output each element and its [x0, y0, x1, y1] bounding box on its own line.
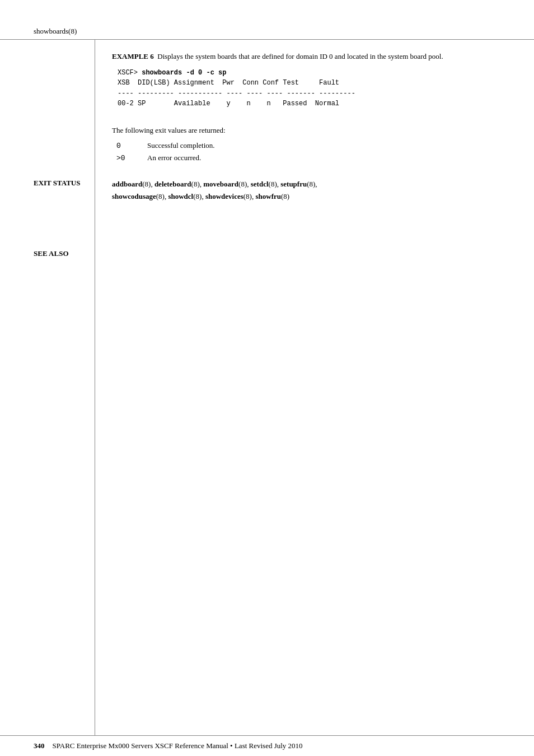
example6-desc-text: Displays the system boards that are defi… [157, 52, 443, 60]
see-also-paragraph: addboard(8), deleteboard(8), moveboard(8… [112, 178, 506, 203]
see-also-showdevices: showdevices [205, 192, 243, 200]
see-also-showdcl-suffix: (8) [193, 192, 202, 200]
table-header-line: XSB DID(LSB) Assignment Pwr Conn Conf Te… [118, 79, 339, 87]
exit-status-label: EXIT STATUS [34, 179, 80, 187]
exit-status-block: The following exit values are returned: … [112, 125, 506, 163]
example6-paragraph: EXAMPLE 6 Displays the system boards tha… [112, 51, 506, 62]
see-also-showcodusage-suffix: (8) [156, 192, 165, 200]
page-title-top: showboards(8) [34, 27, 77, 35]
page-footer: 340 SPARC Enterprise Mx000 Servers XSCF … [0, 736, 534, 756]
exit-code-gt0-row: >0 An error occurred. [116, 153, 506, 162]
exit-code-0: 0 [116, 142, 147, 150]
see-also-showdcl: showdcl [168, 192, 193, 200]
see-also-deleteboard: deleteboard [154, 180, 191, 188]
see-also-setdcl: setdcl [251, 180, 269, 188]
example6-label-text: EXAMPLE 6 [112, 52, 154, 60]
see-also-addboard: addboard [112, 180, 142, 188]
see-also-deleteboard-suffix: (8) [191, 180, 200, 188]
see-also-setdcl-suffix: (8) [269, 180, 277, 188]
see-also-setupfru-suffix: (8) [307, 180, 315, 188]
see-also-showfru: showfru [255, 192, 281, 200]
see-also-setupfru: setupfru [280, 180, 307, 188]
example6-pre: XSCF> showboards -d 0 -c sp XSB DID(LSB)… [118, 68, 506, 109]
see-also-addboard-suffix: (8) [142, 180, 151, 188]
page-top-header: showboards(8) [0, 0, 534, 39]
exit-status-label-container: EXIT STATUS [34, 179, 95, 188]
table-data-line: 00-2 SP Available y n n Passed Normal [118, 100, 339, 108]
content-row: EXIT STATUS SEE ALSO EXAMPLE 6 Displays … [0, 40, 534, 735]
xscf-prompt: XSCF> [118, 69, 142, 77]
exit-desc-gt0: An error occurred. [147, 153, 201, 162]
see-also-block: addboard(8), deleteboard(8), moveboard(8… [112, 178, 506, 203]
exit-status-intro: The following exit values are returned: [112, 125, 506, 136]
footer-description: SPARC Enterprise Mx000 Servers XSCF Refe… [53, 741, 303, 750]
see-also-label: SEE ALSO [34, 249, 69, 258]
left-sidebar: EXIT STATUS SEE ALSO [0, 40, 95, 735]
footer-page-number: 340 [34, 741, 45, 750]
right-content-area: EXAMPLE 6 Displays the system boards tha… [95, 40, 534, 735]
example6-block: EXAMPLE 6 Displays the system boards tha… [112, 51, 506, 109]
exit-desc-0: Successful completion. [147, 141, 215, 150]
exit-code-0-row: 0 Successful completion. [116, 141, 506, 150]
see-also-showcodusage: showcodusage [112, 192, 156, 200]
table-divider-line: ---- --------- ----------- ---- ---- ---… [118, 90, 355, 97]
see-also-moveboard: moveboard [203, 180, 238, 188]
exit-code-gt0: >0 [116, 154, 147, 162]
exit-codes-list: 0 Successful completion. >0 An error occ… [116, 141, 506, 162]
example6-cmd: showboards -d 0 -c sp [142, 69, 226, 77]
see-also-showfru-suffix: (8) [281, 192, 289, 200]
example6-code-block: XSCF> showboards -d 0 -c sp XSB DID(LSB)… [118, 68, 506, 109]
see-also-label-container: SEE ALSO [34, 249, 95, 258]
see-also-moveboard-suffix: (8) [238, 180, 247, 188]
see-also-showdevices-suffix: (8) [243, 192, 252, 200]
